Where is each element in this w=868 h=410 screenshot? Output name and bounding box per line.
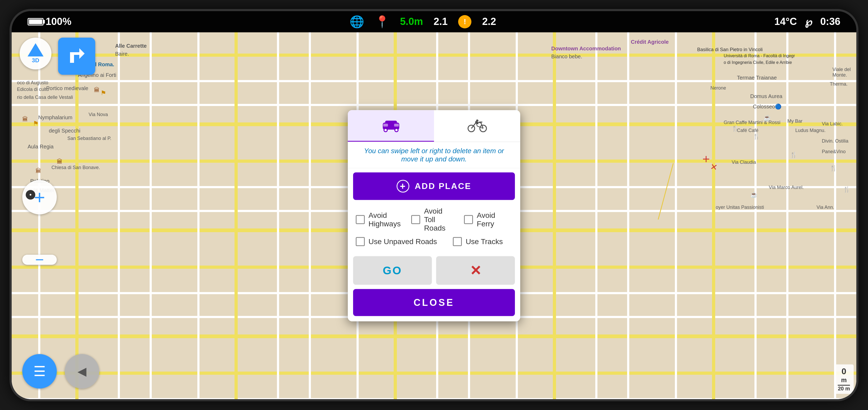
avoid-ferry-label: Avoid Ferry [477, 211, 512, 228]
map-label-ingegneria: o di Ingegneria Civile, Edile e Arribie [724, 60, 792, 65]
back-button[interactable]: ◀ [65, 354, 99, 388]
map-label-via-labica: Via Labic. [822, 121, 843, 127]
battery-body-icon [28, 18, 43, 26]
route-cross-icon: ✕ [700, 153, 712, 165]
bluetooth-icon: ℘ [805, 15, 812, 28]
map-label: Alle Carrette [115, 43, 147, 49]
map-poi-icon: 🏛 [22, 116, 28, 123]
use-tracks-checkbox[interactable] [453, 237, 462, 246]
battery-percent: 100% [45, 16, 71, 27]
route-options: AvoidHighways Avoid TollRoads Avoid Ferr… [348, 204, 520, 256]
use-unpaved-roads-option[interactable]: Use Unpaved Roads [356, 237, 437, 246]
avoid-highways-checkbox[interactable] [356, 215, 365, 224]
zoom-minus-icon: − [35, 252, 44, 267]
svg-rect-6 [383, 124, 388, 127]
nav-arrow-button[interactable] [58, 38, 95, 75]
cancel-icon: ✕ [470, 264, 482, 277]
use-unpaved-roads-label: Use Unpaved Roads [369, 237, 437, 246]
route-cross-icon: ✕ [710, 161, 718, 173]
gps-accuracy: 5.0m [400, 16, 423, 27]
map-poi-icon: 🏛 [35, 168, 41, 174]
map-label: rio della Casa delle Vestali [17, 95, 73, 100]
map-poi-restaurant: 🍴 [732, 125, 739, 132]
map-label-aula-regia: Aula Regia [28, 144, 54, 150]
map-label-colosseo: Colosseo🔵 [753, 103, 781, 110]
map-label: San Sebastiano al P. [67, 136, 112, 141]
map-label: Edicola di culto [17, 87, 49, 92]
tab-car[interactable] [348, 110, 434, 141]
go-label: GO [383, 264, 402, 276]
map-poi-icon: 🏛 [94, 87, 100, 94]
tab-bike[interactable] [434, 110, 520, 141]
map-label-oyer: oyer Unitas Passionisti [716, 205, 764, 210]
use-unpaved-roads-checkbox[interactable] [356, 237, 365, 246]
add-place-button[interactable]: + ADD PLACE [353, 172, 515, 200]
map-label-via-ann: Via Ann. [816, 205, 834, 210]
map-label-therma: Therma. [830, 81, 847, 87]
close-label: CLOSE [413, 297, 455, 308]
map-label: Chiesa di San Bonave. [52, 165, 100, 170]
go-button[interactable]: GO [353, 256, 432, 285]
globe-icon: 🌐 [350, 15, 364, 29]
status-bar: 100% 🌐 📍 5.0m 2.1 ! 2.2 14°C ℘ 0:36 [12, 11, 856, 32]
zoom-plus-icon: + [34, 187, 45, 207]
back-icon: ◀ [78, 365, 87, 378]
map-label-domus: Domus Aurea [750, 93, 782, 99]
cancel-button[interactable]: ✕ [436, 256, 515, 285]
bike-icon [467, 117, 488, 133]
map-label-nymphalarium: Nymphalarium [38, 114, 72, 121]
3d-label: 3D [28, 57, 43, 64]
road-via-claudia [658, 163, 674, 219]
zoom-minus-button[interactable]: − [22, 255, 57, 265]
use-tracks-label: Use Tracks [466, 237, 503, 246]
add-place-label: ADD PLACE [415, 181, 471, 191]
options-row-1: AvoidHighways Avoid TollRoads Avoid Ferr… [356, 207, 512, 232]
map-label-via-claudia: Via Claudia [732, 160, 756, 165]
options-row-2: Use Unpaved Roads Use Tracks [356, 237, 512, 246]
map-label-via-marco: Via Marco Aurel. [769, 185, 804, 190]
map-label-gran-caffe: Gran Caffe Martini & Rossi [724, 120, 780, 125]
device-frame: 100% 🌐 📍 5.0m 2.1 ! 2.2 14°C ℘ 0:36 Alle… [9, 9, 859, 401]
map-background[interactable]: Alle Carrette Baire. Hotel Roma. Angelin… [12, 32, 856, 399]
avoid-ferry-checkbox[interactable] [464, 215, 473, 224]
map-label-credit: Crédit Agricole [631, 39, 669, 45]
gps-icon: 📍 [375, 15, 390, 29]
avoid-highways-option[interactable]: AvoidHighways [356, 211, 401, 228]
map-label: Portico medievale [46, 86, 88, 92]
hint-text: You can swipe left or right to delete an… [348, 142, 520, 168]
nav-3d-button[interactable]: 3D [20, 38, 52, 69]
battery-fill [29, 19, 42, 24]
map-poi-restaurant: 🍴 [843, 186, 850, 193]
map-label-via-nova: Via Nova [89, 112, 108, 117]
map-poi-restaurant: 🍴 [790, 151, 797, 159]
speed-limit: 2.2 [482, 16, 496, 27]
speed-warning-icon: ! [458, 15, 471, 28]
scale-bar: 0 m 20 m [834, 365, 854, 394]
map-poi-icon: 🏛 [57, 158, 63, 165]
avoid-ferry-option[interactable]: Avoid Ferry [464, 211, 512, 228]
status-left: 100% [28, 16, 71, 27]
avoid-toll-roads-checkbox[interactable] [411, 215, 420, 224]
route-dialog: You can swipe left or right to delete an… [348, 110, 520, 321]
map-label-nerone: Nerone [710, 86, 726, 91]
map-label-universita: Università di Roma - Facoltà di Ingegr [724, 54, 795, 58]
avoid-highways-label: AvoidHighways [369, 211, 401, 228]
close-button[interactable]: CLOSE [353, 289, 515, 316]
map-label-cafe: Café Café [737, 128, 758, 133]
avoid-toll-roads-option[interactable]: Avoid TollRoads [411, 207, 453, 232]
map-label: oco di Augusto [17, 80, 48, 86]
menu-button[interactable]: ☰ [22, 354, 57, 388]
status-right: 14°C ℘ 0:36 [774, 15, 840, 28]
temperature: 14°C [774, 16, 797, 27]
transport-tabs [348, 110, 520, 142]
current-speed: 2.1 [434, 16, 448, 27]
avoid-toll-roads-label: Avoid TollRoads [424, 207, 453, 232]
map-label-ludus: Ludus Magnu. [795, 128, 826, 133]
map-poi-coffee: ☕ [764, 114, 771, 122]
scale-value: 0 [838, 367, 850, 376]
map-label-divin: Divin. Ostilia [822, 138, 848, 144]
use-tracks-option[interactable]: Use Tracks [453, 237, 503, 246]
map-label-viale: Viale del Monte. [833, 67, 856, 78]
dot-indicator: • [26, 190, 35, 200]
scale-unit: m [838, 376, 850, 384]
